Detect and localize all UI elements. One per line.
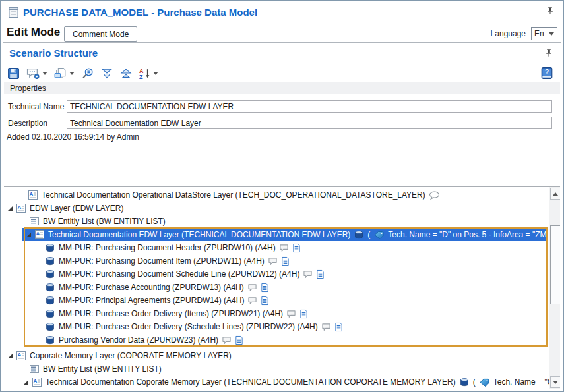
- comment-bubble-icon[interactable]: [321, 323, 331, 331]
- scenario-page-icon: [16, 350, 26, 361]
- technical-name-label: Technical Name: [8, 102, 64, 111]
- comment-bubble-icon[interactable]: [429, 191, 440, 200]
- tree-row-selected[interactable]: Technical Documentation EDW Layer (TECHN…: [22, 228, 548, 241]
- collapse-all-button[interactable]: [119, 68, 133, 79]
- database-cylinder-icon: [45, 295, 55, 306]
- documentation-icon[interactable]: [292, 243, 301, 253]
- scroll-down-button[interactable]: [550, 376, 560, 388]
- technical-name-input[interactable]: [67, 100, 552, 113]
- scenario-page-icon: [32, 377, 42, 387]
- collapse-all-icon: [119, 68, 133, 79]
- database-cylinder-icon: [45, 242, 55, 253]
- model-document-icon: [8, 7, 20, 18]
- tree-row[interactable]: MM-PUR: Purchase Order Delivery (Items) …: [4, 307, 549, 320]
- tree-row[interactable]: MM-PUR: Principal Agreements (ZPURDW14) …: [4, 294, 549, 307]
- tree-row-label: EDW Layer (EDW LAYER): [30, 204, 123, 213]
- tree-row-label: MM-PUR: Purchase Accounting (ZPURDW13) (…: [59, 283, 244, 292]
- comment-bubble-icon[interactable]: [247, 296, 257, 305]
- comment-bubble-icon[interactable]: [268, 257, 278, 266]
- tree-row-label: MM-PUR: Purchase Order Delivery (Schedul…: [59, 322, 318, 331]
- documentation-icon[interactable]: [316, 269, 325, 279]
- sort-button[interactable]: [139, 67, 158, 80]
- chevron-down-icon: [549, 32, 554, 36]
- comment-bubble-icon[interactable]: [247, 283, 257, 292]
- comment-bubble-icon[interactable]: [303, 270, 313, 279]
- tree-row-label: BW Entity List (BW ENTITY LIST): [43, 364, 162, 374]
- tree-row[interactable]: Purchasing Vendor Data (ZPURDW23) (A4H): [4, 333, 549, 347]
- language-label: Language: [491, 29, 526, 38]
- documentation-icon[interactable]: [261, 283, 269, 293]
- entity-list-icon: [29, 364, 40, 374]
- expander-icon[interactable]: [24, 380, 28, 385]
- comment-options-button[interactable]: [26, 67, 47, 80]
- database-cylinder-icon: [45, 335, 55, 345]
- documentation-icon[interactable]: [235, 335, 243, 345]
- tree-row[interactable]: Coporate Memory Layer (COPORATE MEMORY L…: [4, 349, 549, 362]
- app-window: PURCHASE DATA_MODEL - Purchase Data Mode…: [0, 0, 564, 392]
- tree-row[interactable]: MM-PUR: Purchase Accounting (ZPURDW13) (…: [4, 281, 549, 294]
- added-info: Added 02.10.2020 16:59:14 by Admin: [7, 132, 139, 142]
- scenario-tree: Technical Documentation Operational Data…: [4, 186, 560, 389]
- search-button[interactable]: [80, 67, 94, 80]
- toolbar: [7, 65, 158, 81]
- document-options-icon: [53, 67, 67, 80]
- tree-scrollbar[interactable]: [549, 187, 560, 389]
- tree-row[interactable]: BW Entitiy List (BW ENTITIY LIST): [4, 215, 549, 228]
- document-options-button[interactable]: [53, 67, 75, 80]
- expander-icon[interactable]: [26, 233, 31, 237]
- expand-all-button[interactable]: [100, 68, 113, 79]
- description-label: Description: [8, 119, 47, 128]
- rule-text: Tech. Name = "C" on Pos. 5 - InfoArea: [493, 378, 549, 387]
- expander-icon[interactable]: [8, 206, 13, 211]
- documentation-icon[interactable]: [334, 322, 343, 332]
- tree-row[interactable]: MM-PUR: Purchasing Document Schedule Lin…: [4, 267, 549, 281]
- tree-row-label: BW Entitiy List (BW ENTITIY LIST): [43, 217, 166, 226]
- tree-row-label: MM-PUR: Purchasing Document Schedule Lin…: [59, 269, 299, 279]
- tree-row[interactable]: Technical Documentation Operational Data…: [4, 188, 549, 202]
- scrollbar-thumb[interactable]: [550, 225, 560, 304]
- tree-row[interactable]: MM-PUR: Purchasing Document Item (ZPURDW…: [4, 254, 549, 267]
- tag-icon: [479, 378, 490, 387]
- tree-row-label: MM-PUR: Purchasing Document Item (ZPURDW…: [59, 256, 265, 266]
- tree-row[interactable]: BW Entity List (BW ENTITY LIST): [4, 362, 549, 376]
- rule-paren: (: [473, 378, 476, 387]
- save-icon: [7, 67, 20, 80]
- panel-title: Scenario Structure: [9, 47, 98, 59]
- properties-tab[interactable]: Properties: [4, 82, 560, 94]
- database-cylinder-icon: [45, 308, 55, 319]
- comment-bubble-icon[interactable]: [279, 244, 289, 252]
- scenario-page-icon: [28, 190, 38, 200]
- save-button[interactable]: [7, 67, 20, 80]
- language-select[interactable]: En: [531, 27, 557, 40]
- tag-icon: [373, 231, 385, 239]
- description-input[interactable]: [67, 117, 552, 129]
- tree-row-label: MM-PUR: Purchasing Document Header (ZPUR…: [59, 243, 276, 252]
- edit-mode-label: Edit Mode: [7, 26, 60, 39]
- page-title: PURCHASE DATA_MODEL - Purchase Data Mode…: [23, 7, 257, 18]
- documentation-icon[interactable]: [261, 296, 269, 306]
- comment-bubble-icon[interactable]: [286, 310, 296, 318]
- expand-all-icon: [100, 68, 113, 79]
- scroll-up-button[interactable]: [550, 188, 560, 200]
- panel-pin-icon[interactable]: [545, 48, 553, 57]
- database-cylinder-icon: [45, 256, 55, 266]
- comment-mode-button[interactable]: Comment Mode: [64, 26, 137, 42]
- tree-row[interactable]: MM-PUR: Purchasing Document Header (ZPUR…: [4, 241, 549, 254]
- database-cylinder-icon: [459, 377, 470, 387]
- tree-row[interactable]: MM-PUR: Purchase Order Delivery (Schedul…: [4, 320, 549, 333]
- scenario-page-icon: [34, 229, 45, 240]
- pin-icon[interactable]: [546, 6, 554, 15]
- tree-row-label: Technical Documentation EDW Layer (TECHN…: [48, 230, 350, 239]
- documentation-icon[interactable]: [281, 256, 290, 266]
- entity-list-icon: [29, 216, 40, 227]
- database-cylinder-icon: [354, 229, 364, 240]
- database-cylinder-icon: [45, 322, 55, 332]
- tree-row-label: MM-PUR: Principal Agreements (ZPURDW14) …: [59, 296, 244, 305]
- documentation-icon[interactable]: [299, 309, 308, 319]
- expander-icon[interactable]: [8, 354, 13, 358]
- tree-row[interactable]: EDW Layer (EDW LAYER): [4, 202, 549, 215]
- tree-row-label: Coporate Memory Layer (COPORATE MEMORY L…: [30, 351, 232, 360]
- help-icon[interactable]: [540, 67, 553, 80]
- comment-bubble-icon[interactable]: [222, 336, 232, 345]
- tree-row[interactable]: Technical Documentation Coporate Memory …: [4, 376, 549, 389]
